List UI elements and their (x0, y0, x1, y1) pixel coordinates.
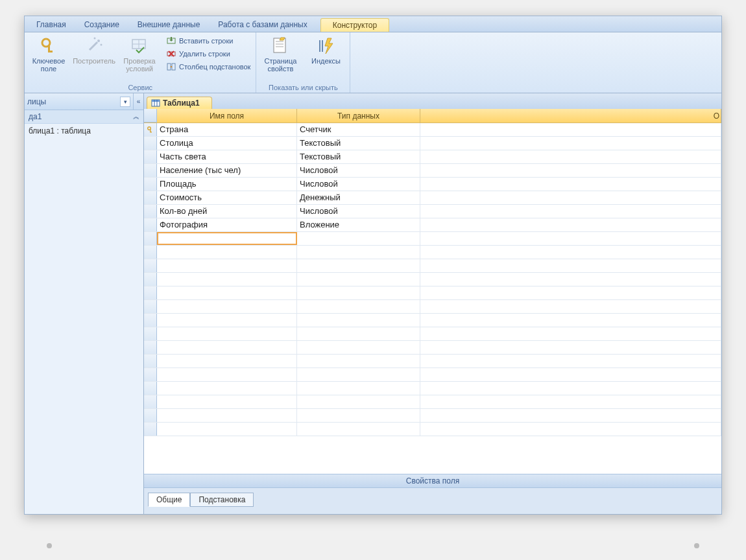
description-cell[interactable] (420, 395, 721, 408)
field-name-cell[interactable]: Площадь (157, 178, 297, 191)
row-selector[interactable] (144, 327, 157, 340)
tab-create[interactable]: Создание (75, 18, 128, 32)
table-row[interactable] (144, 423, 721, 436)
table-row[interactable]: Население (тыс чел)Числовой (144, 164, 721, 178)
table-row[interactable]: Кол-во днейЧисловой (144, 205, 721, 218)
data-type-cell[interactable] (297, 355, 420, 368)
data-type-cell[interactable]: Числовой (297, 178, 420, 191)
table-row[interactable] (144, 232, 721, 246)
row-selector[interactable] (144, 355, 157, 368)
description-cell[interactable] (420, 137, 721, 150)
chevron-down-icon[interactable]: ▾ (120, 97, 130, 107)
field-name-cell[interactable] (157, 382, 297, 395)
lookup-column-button[interactable]: Столбец подстановок (163, 61, 253, 73)
data-type-cell[interactable] (297, 246, 420, 259)
data-type-cell[interactable] (297, 300, 420, 313)
data-type-cell[interactable]: Текстовый (297, 150, 420, 163)
row-selector[interactable] (144, 273, 157, 286)
field-name-cell[interactable] (157, 423, 297, 436)
tab-home[interactable]: Главная (27, 18, 75, 32)
table-row[interactable] (144, 259, 721, 273)
data-type-cell[interactable] (297, 327, 420, 340)
data-type-cell[interactable] (297, 314, 420, 327)
field-name-cell[interactable] (157, 259, 297, 272)
description-cell[interactable] (420, 382, 721, 395)
table-row[interactable] (144, 395, 721, 409)
description-cell[interactable] (420, 314, 721, 327)
description-cell[interactable] (420, 232, 721, 245)
description-cell[interactable] (420, 341, 721, 354)
row-selector[interactable] (144, 382, 157, 395)
table-row[interactable] (144, 327, 721, 341)
description-cell[interactable] (420, 178, 721, 191)
data-type-cell[interactable] (297, 368, 420, 381)
row-selector[interactable] (144, 191, 157, 204)
row-selector[interactable] (144, 409, 157, 422)
description-cell[interactable] (420, 409, 721, 422)
data-type-cell[interactable]: Счетчик (297, 123, 420, 136)
row-selector[interactable] (144, 246, 157, 259)
table-row[interactable] (144, 286, 721, 300)
test-validation-button[interactable]: Проверка условий (118, 34, 161, 74)
table-row[interactable] (144, 314, 721, 327)
field-name-cell[interactable]: Столица (157, 137, 297, 150)
table-row[interactable]: СтранаСчетчик (144, 123, 721, 137)
prop-tab-general[interactable]: Общие (148, 493, 190, 507)
tab-design[interactable]: Конструктор (320, 18, 389, 32)
row-selector[interactable] (144, 205, 157, 218)
field-name-cell[interactable] (157, 355, 297, 368)
doc-tab-table1[interactable]: Таблица1 (147, 97, 212, 109)
select-all-cell[interactable] (144, 109, 157, 122)
field-name-cell[interactable] (157, 395, 297, 408)
nav-category-header[interactable]: лицы ▾ (25, 93, 133, 110)
data-type-cell[interactable]: Числовой (297, 164, 420, 177)
tab-database-tools[interactable]: Работа с базами данных (209, 18, 316, 32)
builder-button[interactable]: Построитель (73, 34, 115, 66)
description-cell[interactable] (420, 423, 721, 436)
data-type-cell[interactable]: Вложение (297, 218, 420, 231)
data-type-cell[interactable]: Денежный (297, 191, 420, 204)
field-name-cell[interactable]: Часть света (157, 150, 297, 163)
nav-group-header[interactable]: да1 ︽ (25, 110, 143, 124)
field-name-cell[interactable] (157, 300, 297, 313)
primary-key-button[interactable]: Ключевое поле (27, 34, 70, 74)
row-selector[interactable] (144, 164, 157, 177)
row-selector[interactable] (144, 423, 157, 436)
field-name-cell[interactable] (157, 341, 297, 354)
table-row[interactable]: СтолицаТекстовый (144, 137, 721, 150)
description-cell[interactable] (420, 123, 721, 136)
description-cell[interactable] (420, 273, 721, 286)
col-header-description[interactable]: О (420, 109, 721, 122)
data-type-cell[interactable] (297, 273, 420, 286)
data-type-cell[interactable]: Текстовый (297, 137, 420, 150)
description-cell[interactable] (420, 164, 721, 177)
data-type-cell[interactable]: Числовой (297, 205, 420, 218)
row-selector[interactable] (144, 314, 157, 327)
description-cell[interactable] (420, 286, 721, 299)
field-name-cell[interactable]: Стоимость (157, 191, 297, 204)
description-cell[interactable] (420, 191, 721, 204)
nav-item-table1[interactable]: блица1 : таблица (25, 124, 143, 138)
table-row[interactable]: ПлощадьЧисловой (144, 178, 721, 191)
field-name-cell[interactable] (157, 368, 297, 381)
row-selector[interactable] (144, 300, 157, 313)
col-header-fieldname[interactable]: Имя поля (157, 109, 297, 122)
description-cell[interactable] (420, 300, 721, 313)
row-selector[interactable] (144, 218, 157, 231)
table-row[interactable] (144, 355, 721, 368)
property-sheet-button[interactable]: Страница свойств (259, 34, 302, 74)
data-type-cell[interactable] (297, 286, 420, 299)
indexes-button[interactable]: Индексы (304, 34, 347, 66)
field-name-cell[interactable]: Фотография (157, 218, 297, 231)
description-cell[interactable] (420, 205, 721, 218)
table-row[interactable] (144, 273, 721, 286)
table-row[interactable] (144, 409, 721, 423)
data-type-cell[interactable] (297, 382, 420, 395)
table-row[interactable] (144, 382, 721, 395)
field-name-cell[interactable] (157, 409, 297, 422)
table-row[interactable] (144, 246, 721, 259)
field-name-cell[interactable]: Страна (157, 123, 297, 136)
row-selector[interactable] (144, 150, 157, 163)
field-name-cell[interactable] (157, 286, 297, 299)
row-selector[interactable] (144, 395, 157, 408)
